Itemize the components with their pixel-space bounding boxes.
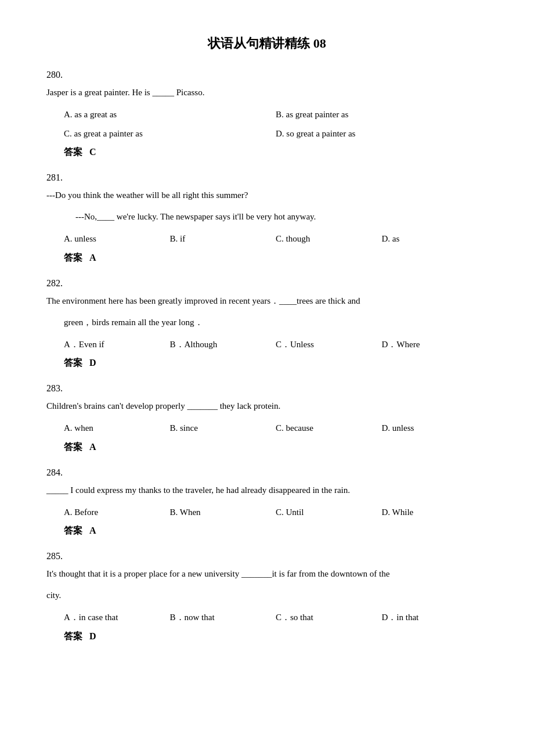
question-text: Jasper is a great painter. He is _____ P… [46,85,488,100]
question-283: 283. Children's brains can't develop pro… [46,383,488,453]
answer-value: D [89,358,96,368]
option-a: A. unless [64,231,170,247]
question-text2: ---No,____ we're lucky. The newspaper sa… [75,209,488,225]
answer-row: 答案 A [64,525,488,537]
question-text1: The environment here has been greatly im… [46,293,488,309]
question-text: Children's brains can't develop properly… [46,398,488,414]
question-281: 281. ---Do you think the weather will be… [46,172,488,264]
answer-label: 答案 [64,358,82,368]
answer-value: D [89,631,96,641]
option-c: C．Unless [276,336,382,353]
question-number: 283. [46,383,488,394]
answer-label: 答案 [64,147,82,157]
option-b: B．Although [170,336,276,353]
question-number: 282. [46,278,488,289]
answer-row: 答案 D [64,357,488,369]
question-number: 284. [46,467,488,478]
option-c: C. though [276,231,382,247]
option-b: B．now that [170,609,276,626]
questions-container: 280. Jasper is a great painter. He is __… [46,70,488,643]
question-text: _____ I could express my thanks to the t… [46,483,488,498]
option-b: B. When [170,504,276,521]
answer-row: 答案 C [64,146,488,159]
options-row: A．in case that B．now that C．so that D．in… [64,609,488,626]
answer-row: 答案 A [64,252,488,264]
answer-label: 答案 [64,442,82,452]
question-284: 284. _____ I could express my thanks to … [46,467,488,538]
options-row: A. when B. since C. because D. unless [64,420,488,437]
answer-value: A [89,442,96,452]
answer-label: 答案 [64,253,82,262]
option-d: D．in that [382,609,488,626]
answer-value: A [89,253,96,262]
options-row: A．Even if B．Although C．Unless D．Where [64,336,488,353]
option-c: C. Until [276,504,382,521]
option-d: D．Where [382,336,488,353]
option-a: A. Before [64,504,170,521]
question-text2: green，birds remain all the year long． [64,315,488,330]
option-c: C. as great a painter as [64,125,276,142]
answer-row: 答案 D [64,631,488,643]
question-number: 285. [46,551,488,561]
question-280: 280. Jasper is a great painter. He is __… [46,70,488,159]
option-a: A. when [64,420,170,437]
question-text1: ---Do you think the weather will be all … [46,188,488,203]
option-b: B. as great painter as [276,106,488,123]
answer-label: 答案 [64,631,82,641]
page-title: 状语从句精讲精练 08 [46,35,488,52]
option-b: B. if [170,231,276,247]
question-282: 282. The environment here has been great… [46,278,488,370]
option-c: C. because [276,420,382,437]
option-a: A. as a great as [64,106,276,123]
question-text2: city. [46,588,488,603]
option-d: D. so great a painter as [276,125,488,142]
question-number: 280. [46,70,488,80]
question-285: 285. It's thought that it is a proper pl… [46,551,488,643]
option-a: A．Even if [64,336,170,353]
answer-value: A [89,525,96,535]
option-d: D. unless [382,420,488,437]
option-b: B. since [170,420,276,437]
option-c: C．so that [276,609,382,626]
options-row: A. unless B. if C. though D. as [64,231,488,247]
options-row: A. as a great as B. as great painter as … [64,106,488,142]
option-d: D. as [382,231,488,247]
options-row: A. Before B. When C. Until D. While [64,504,488,521]
option-a: A．in case that [64,609,170,626]
answer-value: C [89,147,96,157]
answer-row: 答案 A [64,441,488,453]
question-text1: It's thought that it is a proper place f… [46,566,488,582]
answer-label: 答案 [64,525,82,535]
option-d: D. While [382,504,488,521]
question-number: 281. [46,172,488,183]
